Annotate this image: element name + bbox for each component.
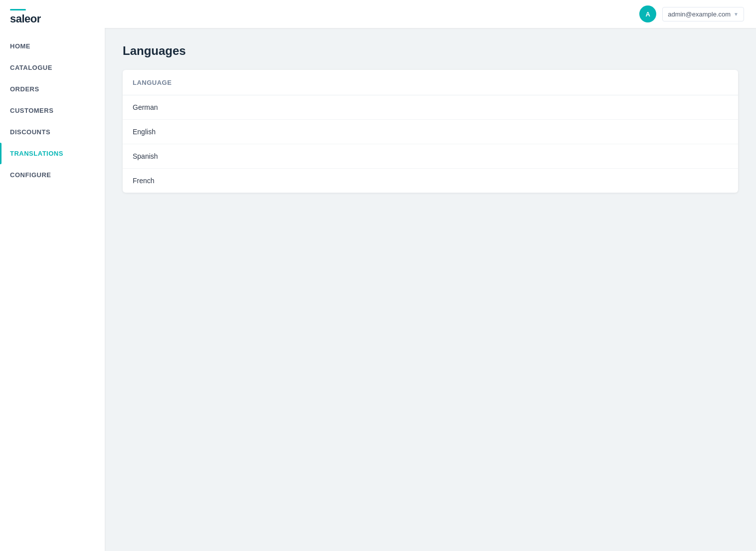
table-header: Language [123,70,738,95]
sidebar-item-home[interactable]: HOME [0,35,105,57]
logo-area: saleor [0,0,105,35]
language-row-spanish[interactable]: Spanish [123,144,738,169]
language-row-german[interactable]: German [123,95,738,120]
language-name-spanish: Spanish [133,152,158,160]
sidebar-nav: HOME CATALOGUE ORDERS CUSTOMERS DISCOUNT… [0,35,105,186]
sidebar-item-label-catalogue: CATALOGUE [10,64,52,71]
sidebar-item-customers[interactable]: CUSTOMERS [0,100,105,121]
page-title: Languages [123,44,738,58]
sidebar-item-orders[interactable]: ORDERS [0,78,105,100]
content-area: Languages Language German English Spanis… [105,28,756,551]
sidebar-item-label-translations: TRANSLATIONS [10,150,63,157]
sidebar-item-label-configure: CONFIGURE [10,171,51,179]
language-row-french[interactable]: French [123,169,738,193]
sidebar-item-catalogue[interactable]: CATALOGUE [0,57,105,78]
sidebar-item-label-home: HOME [10,42,30,50]
language-name-english: English [133,128,156,136]
sidebar-item-configure[interactable]: CONFIGURE [0,164,105,186]
sidebar: saleor HOME CATALOGUE ORDERS CUSTOMERS D… [0,0,105,551]
sidebar-item-label-orders: ORDERS [10,85,39,93]
brand-logo[interactable]: saleor [10,12,41,25]
user-dropdown[interactable]: admin@example.com ▼ [662,7,744,21]
language-name-german: German [133,103,158,111]
chevron-down-icon: ▼ [734,11,739,17]
sidebar-item-label-customers: CUSTOMERS [10,107,53,114]
sidebar-item-translations[interactable]: TRANSLATIONS [0,143,105,164]
logo-wrapper: saleor [10,9,41,25]
avatar[interactable]: A [639,5,656,22]
language-name-french: French [133,177,155,185]
sidebar-item-label-discounts: DISCOUNTS [10,128,50,136]
main-container: A admin@example.com ▼ Languages Language… [105,0,756,551]
languages-card: Language German English Spanish French [123,70,738,193]
table-header-label: Language [133,79,172,86]
topbar: A admin@example.com ▼ [105,0,756,28]
sidebar-item-discounts[interactable]: DISCOUNTS [0,121,105,143]
logo-bar-icon [10,9,26,10]
language-row-english[interactable]: English [123,120,738,144]
user-email: admin@example.com [668,10,731,18]
topbar-right: A admin@example.com ▼ [639,5,744,22]
